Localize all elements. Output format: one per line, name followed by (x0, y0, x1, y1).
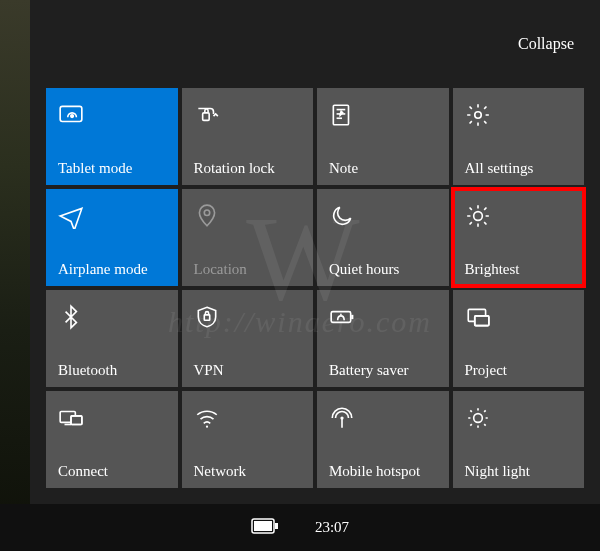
tablet-mode-icon (46, 88, 178, 132)
svg-point-21 (205, 426, 207, 428)
tile-label: Tablet mode (58, 159, 170, 177)
tile-network[interactable]: Network (182, 391, 314, 488)
svg-rect-26 (275, 523, 278, 529)
settings-gear-icon (453, 88, 585, 132)
tile-label: Night light (465, 462, 577, 480)
tile-night-light[interactable]: Night light (453, 391, 585, 488)
night-light-sun-icon (453, 391, 585, 435)
tile-brightness[interactable]: Brightest (453, 189, 585, 286)
tile-label: Bluetooth (58, 361, 170, 379)
collapse-button[interactable]: Collapse (518, 35, 574, 53)
quick-actions-grid: Tablet mode Rotation lock Note (30, 88, 600, 504)
svg-point-1 (71, 115, 74, 118)
tile-label: Battery saver (329, 361, 441, 379)
tile-label: Location (194, 260, 306, 278)
bluetooth-icon (46, 290, 178, 334)
svg-rect-18 (71, 416, 82, 425)
tile-all-settings[interactable]: All settings (453, 88, 585, 185)
tile-connect[interactable]: Connect (46, 391, 178, 488)
svg-point-24 (473, 414, 482, 423)
svg-point-9 (473, 212, 482, 221)
svg-rect-10 (204, 315, 209, 320)
svg-rect-12 (351, 315, 353, 319)
svg-rect-11 (331, 312, 351, 323)
taskbar: 23:07 (0, 504, 600, 551)
svg-rect-27 (254, 521, 272, 531)
tile-note[interactable]: Note (317, 88, 449, 185)
tile-quiet-hours[interactable]: Quiet hours (317, 189, 449, 286)
svg-point-8 (204, 210, 209, 215)
tile-bluetooth[interactable]: Bluetooth (46, 290, 178, 387)
moon-icon (317, 189, 449, 233)
connect-icon (46, 391, 178, 435)
tile-location[interactable]: Location (182, 189, 314, 286)
tile-project[interactable]: Project (453, 290, 585, 387)
header-row: Collapse (30, 0, 600, 88)
tile-label: Quiet hours (329, 260, 441, 278)
project-screen-icon (453, 290, 585, 334)
wifi-icon (182, 391, 314, 435)
svg-point-7 (474, 112, 481, 119)
tile-label: Connect (58, 462, 170, 480)
tile-label: Brightest (465, 260, 577, 278)
tile-airplane-mode[interactable]: Airplane mode (46, 189, 178, 286)
tile-label: Network (194, 462, 306, 480)
tile-label: VPN (194, 361, 306, 379)
tile-label: Airplane mode (58, 260, 170, 278)
tile-tablet-mode[interactable]: Tablet mode (46, 88, 178, 185)
tile-label: Rotation lock (194, 159, 306, 177)
svg-point-13 (340, 313, 342, 315)
battery-saver-icon (317, 290, 449, 334)
hotspot-antenna-icon (317, 391, 449, 435)
tile-label: Project (465, 361, 577, 379)
battery-tray-icon[interactable] (251, 517, 279, 539)
location-pin-icon (182, 189, 314, 233)
note-icon (317, 88, 449, 132)
brightness-sun-icon (453, 189, 585, 233)
airplane-icon (46, 189, 178, 233)
svg-rect-2 (202, 113, 209, 121)
tile-label: Mobile hotspot (329, 462, 441, 480)
desktop-background-sliver (0, 0, 30, 551)
tile-label: All settings (465, 159, 577, 177)
tile-vpn[interactable]: VPN (182, 290, 314, 387)
tile-rotation-lock[interactable]: Rotation lock (182, 88, 314, 185)
tile-label: Note (329, 159, 441, 177)
taskbar-clock[interactable]: 23:07 (315, 519, 349, 536)
rotation-lock-icon (182, 88, 314, 132)
vpn-shield-icon (182, 290, 314, 334)
svg-rect-15 (474, 316, 488, 326)
tile-battery-saver[interactable]: Battery saver (317, 290, 449, 387)
svg-rect-0 (60, 106, 82, 121)
tile-mobile-hotspot[interactable]: Mobile hotspot (317, 391, 449, 488)
